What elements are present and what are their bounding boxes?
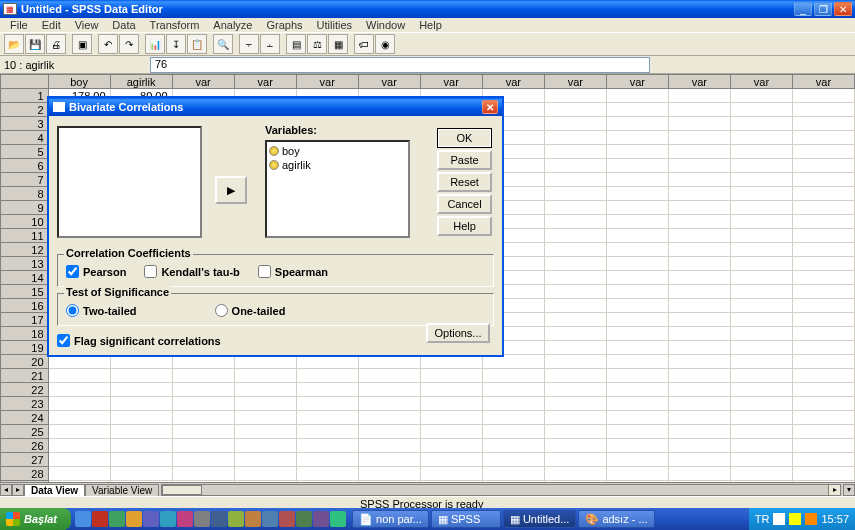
cell[interactable] (172, 481, 234, 483)
maximize-button[interactable]: ❐ (814, 2, 832, 16)
row-header[interactable]: 15 (1, 285, 49, 299)
cell[interactable] (668, 229, 730, 243)
cell[interactable] (482, 369, 544, 383)
cell[interactable] (730, 299, 792, 313)
cell[interactable] (420, 369, 482, 383)
cell[interactable] (792, 117, 854, 131)
cell[interactable] (482, 467, 544, 481)
col-header[interactable]: var (234, 75, 296, 89)
row-header[interactable]: 28 (1, 467, 49, 481)
cell[interactable] (668, 285, 730, 299)
cell[interactable] (110, 453, 172, 467)
row-header[interactable]: 27 (1, 453, 49, 467)
cell[interactable] (792, 243, 854, 257)
source-variables-list[interactable] (57, 126, 202, 238)
cell-value-input[interactable]: 76 (150, 57, 650, 73)
cell[interactable] (668, 467, 730, 481)
row-header[interactable]: 24 (1, 411, 49, 425)
cell[interactable] (606, 271, 668, 285)
dialog-recall-icon[interactable]: ▣ (72, 34, 92, 54)
cell[interactable] (668, 145, 730, 159)
cell[interactable] (792, 439, 854, 453)
cell[interactable] (730, 425, 792, 439)
menu-data[interactable]: Data (106, 19, 141, 31)
row-header[interactable]: 22 (1, 383, 49, 397)
cell[interactable] (234, 439, 296, 453)
cell[interactable] (606, 313, 668, 327)
cell[interactable] (668, 103, 730, 117)
cell[interactable] (234, 397, 296, 411)
ql-icon[interactable] (279, 511, 295, 527)
cancel-button[interactable]: Cancel (437, 194, 492, 214)
cell[interactable] (730, 187, 792, 201)
cell[interactable] (792, 89, 854, 103)
col-header[interactable]: var (792, 75, 854, 89)
insert-var-icon[interactable]: ⫠ (260, 34, 280, 54)
row-header[interactable]: 14 (1, 271, 49, 285)
cell[interactable] (544, 341, 606, 355)
cell[interactable] (668, 383, 730, 397)
cell[interactable] (544, 313, 606, 327)
cell[interactable] (544, 131, 606, 145)
two-tailed-radio[interactable]: Two-tailed (66, 304, 137, 317)
cell[interactable] (606, 327, 668, 341)
cell[interactable] (730, 481, 792, 483)
row-header[interactable]: 10 (1, 215, 49, 229)
cell[interactable] (606, 89, 668, 103)
tab-variable-view[interactable]: Variable View (85, 484, 159, 496)
goto-chart-icon[interactable]: 📊 (145, 34, 165, 54)
tab-scroll-left[interactable]: ◂ (0, 484, 12, 496)
menu-analyze[interactable]: Analyze (207, 19, 258, 31)
language-indicator[interactable]: TR (755, 513, 770, 525)
cell[interactable] (110, 397, 172, 411)
cell[interactable] (606, 369, 668, 383)
col-header[interactable]: var (606, 75, 668, 89)
task-button[interactable]: 🎨adsız - ... (578, 510, 654, 528)
cell[interactable] (482, 383, 544, 397)
cell[interactable] (234, 481, 296, 483)
cell[interactable] (606, 257, 668, 271)
cell[interactable] (730, 173, 792, 187)
ql-icon[interactable] (313, 511, 329, 527)
task-button[interactable]: ▦Untitled... (503, 510, 576, 528)
cell[interactable] (668, 215, 730, 229)
horizontal-scrollbar[interactable]: ▸ (161, 484, 841, 496)
cell[interactable] (792, 229, 854, 243)
cell[interactable] (544, 481, 606, 483)
paste-button[interactable]: Paste (437, 150, 492, 170)
cell[interactable] (544, 439, 606, 453)
menu-utilities[interactable]: Utilities (311, 19, 358, 31)
cell[interactable] (358, 369, 420, 383)
cell[interactable] (730, 313, 792, 327)
cell[interactable] (792, 145, 854, 159)
ql-icon[interactable] (211, 511, 227, 527)
ql-icon[interactable] (245, 511, 261, 527)
variable-item[interactable]: agirlik (269, 158, 406, 172)
cell[interactable] (792, 383, 854, 397)
cell[interactable] (482, 453, 544, 467)
cell[interactable] (792, 187, 854, 201)
weight-cases-icon[interactable]: ⚖ (307, 34, 327, 54)
row-header[interactable]: 21 (1, 369, 49, 383)
clock[interactable]: 15:57 (821, 513, 849, 525)
cell[interactable] (792, 201, 854, 215)
cell[interactable] (420, 397, 482, 411)
cell[interactable] (606, 355, 668, 369)
cell[interactable] (544, 411, 606, 425)
cell[interactable] (730, 145, 792, 159)
cell[interactable] (668, 439, 730, 453)
cell[interactable] (606, 201, 668, 215)
dialog-close-button[interactable]: ✕ (482, 100, 498, 114)
spearman-checkbox[interactable]: Spearman (258, 265, 328, 278)
minimize-button[interactable]: _ (794, 2, 812, 16)
cell[interactable] (606, 467, 668, 481)
cell[interactable] (420, 425, 482, 439)
cell[interactable] (544, 103, 606, 117)
cell[interactable] (792, 215, 854, 229)
cell[interactable] (792, 271, 854, 285)
cell[interactable] (358, 383, 420, 397)
cell[interactable] (358, 411, 420, 425)
cell[interactable] (482, 411, 544, 425)
help-button[interactable]: Help (437, 216, 492, 236)
cell[interactable] (358, 397, 420, 411)
